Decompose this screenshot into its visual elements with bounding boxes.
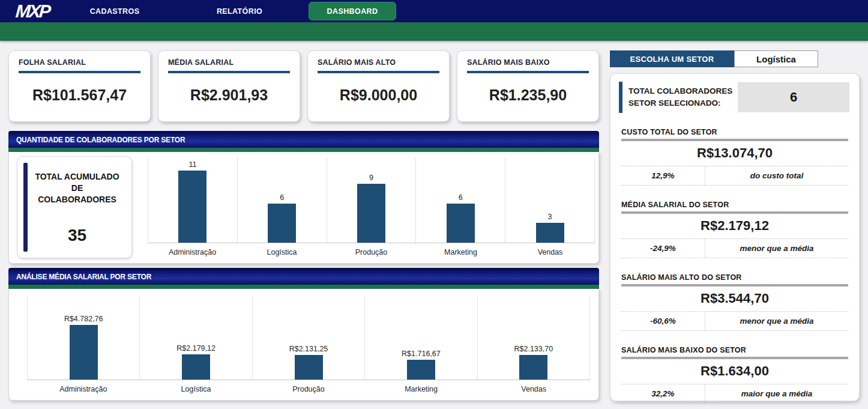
kpi-card-salario-mais-alto: SALÁRIO MAIS ALTO R$9.000,00 — [307, 50, 450, 122]
stat-salario-mais-alto-do-setor: SALÁRIO MAIS ALTO DO SETOR R$3.544,70 -6… — [619, 273, 849, 331]
stat-title: SALÁRIO MAIS BAIXO DO SETOR — [621, 346, 848, 354]
stat-title: SALÁRIO MAIS ALTO DO SETOR — [621, 273, 848, 282]
category-label: Marketing — [365, 385, 478, 393]
chart-plot-area: R$4.782,76R$2.179,12R$2.131,25R$1.716,67… — [27, 296, 590, 380]
stat-custo-total-do-setor: CUSTO TOTAL DO SETOR R$13.074,70 12,9% d… — [619, 128, 849, 186]
chart-bar-cell: 3 — [505, 158, 595, 243]
kpi-card-folha-salarial: FOLHA SALARIAL R$101.567,47 — [8, 50, 151, 122]
bar-value-label: 6 — [459, 193, 463, 202]
kpi-underline — [467, 71, 589, 73]
kpi-title: SALÁRIO MAIS ALTO — [318, 58, 439, 67]
card-accent-bar — [23, 163, 28, 252]
mxp-logo: MXP — [15, 2, 50, 20]
sector-total-label: TOTAL COLABORADORES SETOR SELECIONADO: — [628, 85, 737, 109]
kpi-value: R$101.567,47 — [19, 86, 140, 104]
bar — [536, 223, 564, 243]
sector-total-row: TOTAL COLABORADORES SETOR SELECIONADO: 6 — [619, 82, 849, 113]
bar-value-label: 11 — [188, 160, 196, 169]
section-media-salarial-por-setor: ANÁLISE MÉDIA SALARIAL POR SETOR R$4.782… — [8, 268, 599, 401]
stat-comparison-row: -60,6% menor que a média — [621, 311, 848, 331]
chart-bar-cell: R$4.782,76 — [28, 296, 140, 380]
section-header: QUANTIDADE DE COLABORADORES POR SETOR — [8, 131, 599, 148]
stat-note: menor que a média — [705, 239, 848, 258]
bar-value-label: R$4.782,76 — [64, 315, 103, 323]
bar-value-label: 6 — [280, 193, 284, 202]
stat-title: CUSTO TOTAL DO SETOR — [621, 128, 848, 136]
bar — [182, 354, 210, 380]
chart-bar-cell: 6 — [238, 158, 327, 243]
category-label: Logística — [237, 248, 327, 256]
category-label: Administração — [148, 248, 237, 256]
nav-item-cadastros[interactable]: CADASTROS — [70, 7, 160, 16]
section-title: ANÁLISE MÉDIA SALARIAL POR SETOR — [16, 272, 151, 281]
stat-note: maior que a média — [705, 384, 848, 403]
bar — [268, 204, 296, 243]
kpi-title: MÉDIA SALARIAL — [168, 58, 290, 67]
stat-media-salarial-do-setor: MÉDIA SALARIAL DO SETOR R$2.179,12 -24,9… — [619, 201, 849, 258]
total-card-value: 35 — [68, 226, 86, 245]
bar-value-label: R$1.716,67 — [402, 350, 441, 358]
bar-value-label: 3 — [548, 213, 552, 221]
stat-percentage: 32,2% — [621, 384, 705, 403]
category-label: Vendas — [505, 248, 595, 256]
bar-value-label: R$2.131,25 — [289, 345, 328, 353]
stat-value: R$2.179,12 — [621, 214, 848, 238]
stat-comparison-row: 12,9% do custo total — [621, 166, 848, 186]
nav-item-relatorio[interactable]: RELATÓRIO — [194, 7, 285, 16]
bar-value-label: R$2.133,70 — [514, 345, 553, 353]
chart-category-axis: AdministraçãoLogísticaProduçãoMarketingV… — [148, 243, 595, 256]
section-green-rule — [8, 285, 599, 289]
stat-comparison-row: -24,9% menor que a média — [621, 238, 848, 258]
section-colaboradores-por-setor: QUANTIDADE DE COLABORADORES POR SETOR TO… — [8, 131, 599, 264]
sector-dropdown[interactable]: Logística — [734, 50, 818, 67]
chart-bar-cell: 9 — [327, 158, 417, 243]
bar-value-label: R$2.179,12 — [176, 344, 215, 353]
top-navigation-bar: MXP CADASTROS RELATÓRIO DASHBOARD — [0, 0, 868, 22]
category-label: Logística — [140, 385, 253, 393]
left-column: FOLHA SALARIAL R$101.567,47 MÉDIA SALARI… — [8, 50, 599, 401]
bar — [447, 204, 475, 243]
dashboard-content: FOLHA SALARIAL R$101.567,47 MÉDIA SALARI… — [0, 41, 868, 401]
category-label: Administração — [27, 385, 140, 393]
bar — [178, 171, 206, 243]
category-label: Marketing — [416, 248, 505, 256]
bar-value-label: 9 — [369, 174, 373, 182]
chart-bar-cell: 6 — [416, 158, 505, 243]
sector-detail-panel: ESCOLHA UM SETOR Logística TOTAL COLABOR… — [610, 50, 860, 401]
section-body: TOTAL ACUMULADO DE COLABORADORES 35 1169… — [8, 152, 599, 264]
stat-percentage: -60,6% — [621, 312, 705, 330]
total-card-label: TOTAL ACUMULADO DE COLABORADORES — [32, 171, 122, 205]
kpi-card-media-salarial: MÉDIA SALARIAL R$2.901,93 — [158, 50, 300, 122]
section-body: R$4.782,76R$2.179,12R$2.131,25R$1.716,67… — [8, 289, 599, 401]
stat-note: menor que a média — [705, 312, 848, 330]
sector-selector-row: ESCOLHA UM SETOR Logística — [610, 50, 860, 67]
stat-value: R$13.074,70 — [621, 141, 848, 166]
chart-plot-area: 116963 — [148, 158, 595, 243]
total-card-body: TOTAL ACUMULADO DE COLABORADORES 35 — [28, 163, 127, 252]
chart-bar-cell: R$2.179,12 — [140, 296, 252, 380]
stat-note: do custo total — [705, 166, 848, 185]
category-label: Vendas — [477, 385, 590, 393]
section-title: QUANTIDADE DE COLABORADORES POR SETOR — [16, 135, 185, 144]
category-label: Produção — [252, 385, 365, 393]
kpi-title: FOLHA SALARIAL — [19, 58, 140, 67]
stat-value: R$3.544,70 — [621, 286, 848, 311]
chart-category-axis: AdministraçãoLogísticaProduçãoMarketingV… — [27, 380, 590, 393]
stat-salario-mais-baixo-do-setor: SALÁRIO MAIS BAIXO DO SETOR R$1.634,00 3… — [619, 346, 849, 404]
chart-bar-cell: 11 — [148, 158, 238, 243]
card-accent-bar — [619, 82, 622, 113]
kpi-value: R$9.000,00 — [318, 86, 439, 104]
stat-percentage: 12,9% — [621, 166, 705, 185]
bar — [407, 360, 435, 380]
stat-value: R$1.634,00 — [621, 359, 848, 384]
chart-bar-cell: R$1.716,67 — [365, 296, 477, 380]
nav-item-dashboard-active[interactable]: DASHBOARD — [309, 2, 396, 20]
bar — [295, 355, 323, 380]
category-label: Produção — [327, 248, 416, 256]
section-green-rule — [8, 148, 599, 152]
salary-bar-chart: R$4.782,76R$2.179,12R$2.131,25R$1.716,67… — [9, 289, 598, 400]
kpi-card-row: FOLHA SALARIAL R$101.567,47 MÉDIA SALARI… — [8, 50, 599, 122]
sector-total-value-box: 6 — [738, 82, 849, 112]
headcount-bar-chart: 116963 AdministraçãoLogísticaProduçãoMar… — [132, 152, 598, 263]
kpi-value: R$2.901,93 — [168, 86, 290, 104]
